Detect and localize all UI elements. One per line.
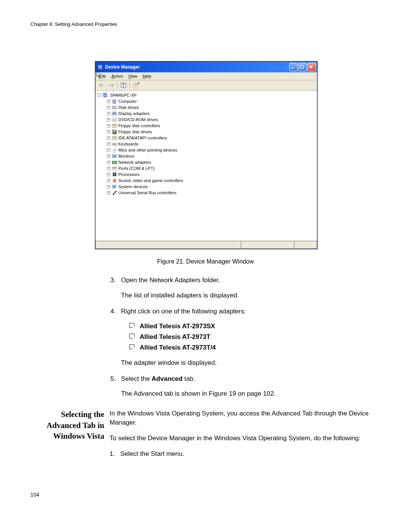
expand-icon[interactable]: + (107, 161, 110, 164)
bullet-icon (129, 334, 134, 339)
cursor-icon (96, 71, 101, 78)
collapse-icon[interactable]: − (98, 93, 101, 97)
tree-item-label: Floppy disk drives (118, 129, 152, 134)
svg-point-20 (115, 107, 116, 108)
page-number: 104 (30, 492, 381, 498)
system-icon (112, 184, 117, 189)
forward-button[interactable] (107, 81, 115, 89)
expand-icon[interactable]: + (107, 118, 110, 121)
tree-item[interactable]: +Monitors (105, 153, 315, 159)
section-paragraph: In the Windows Vista Operating System, y… (110, 409, 381, 427)
tree-item[interactable]: +Universal Serial Bus controllers (105, 190, 315, 196)
tree-root[interactable]: − SPAREPC-XP (98, 92, 315, 98)
bullet-icon (129, 344, 134, 349)
menu-help[interactable]: Help (143, 74, 151, 78)
expand-icon[interactable]: + (107, 179, 110, 182)
usb-icon (112, 190, 117, 195)
step-number: 5. (110, 374, 121, 399)
tree-item-label: Computer (118, 99, 137, 104)
computer-icon (112, 99, 117, 104)
expand-icon[interactable]: + (107, 191, 110, 195)
expand-icon[interactable]: + (107, 130, 110, 134)
tree-item-label: System devices (118, 184, 148, 189)
floppy-icon (112, 129, 117, 134)
floppy-ctrl-icon (112, 123, 117, 128)
svg-rect-15 (104, 96, 107, 97)
adapter-option: Allied Telesis AT-2973T (129, 332, 381, 342)
svg-rect-22 (113, 113, 116, 114)
close-button[interactable] (307, 63, 316, 71)
expand-icon[interactable]: + (107, 136, 110, 140)
tree-item[interactable]: +Mice and other pointing devices (105, 147, 315, 153)
section-heading: Selecting the Advanced Tab in Windows Vi… (30, 409, 110, 465)
tree-item[interactable]: +Network adapters (105, 159, 315, 165)
menu-view[interactable]: View (128, 74, 137, 78)
tree-item-label: Display adapters (118, 111, 150, 116)
maximize-button[interactable] (298, 63, 307, 71)
properties-button[interactable] (119, 81, 128, 89)
adapter-label: Allied Telesis AT-2973T (140, 332, 210, 342)
svg-rect-48 (115, 191, 116, 192)
expand-icon[interactable]: + (107, 100, 110, 103)
step-number: 1. (110, 449, 120, 459)
svg-text:?: ? (134, 84, 137, 88)
svg-point-24 (114, 119, 115, 120)
network-icon (112, 160, 117, 165)
step-text: The Advanced tab is shown in Figure 19 o… (121, 389, 381, 398)
tree-item[interactable]: +Disk drives (105, 104, 315, 110)
tree-item[interactable]: +Computer (105, 98, 315, 104)
tree-item-label: Keyboards (118, 142, 139, 146)
expand-icon[interactable]: + (107, 124, 110, 128)
svg-point-47 (114, 192, 115, 193)
tree-item[interactable]: +Keyboards (105, 141, 315, 147)
tree-item[interactable]: +Processors (105, 171, 315, 177)
tree-item[interactable]: +Floppy disk controllers (105, 123, 315, 129)
back-button[interactable] (98, 81, 106, 89)
expand-icon[interactable]: + (107, 149, 110, 152)
toolbar-separator (117, 82, 118, 88)
expand-icon[interactable]: + (107, 185, 110, 189)
step-text: The list of installed adapters is displa… (121, 291, 381, 300)
svg-rect-40 (112, 167, 117, 168)
titlebar[interactable]: Device Manager (96, 62, 317, 72)
step-5: 5. Select the Advanced tab. The Advanced… (110, 374, 381, 399)
chapter-header: Chapter 8: Setting Advanced Properties (30, 21, 381, 27)
menu-action[interactable]: Action (112, 74, 123, 78)
ide-icon (112, 135, 117, 141)
expand-icon[interactable]: + (107, 142, 110, 146)
step-text: Open the Network Adapters folder. (121, 276, 381, 285)
tree-item[interactable]: +IDE ATA/ATAPI controllers (105, 135, 315, 141)
tree-item[interactable]: +Sound, video and game controllers (105, 177, 315, 184)
minimize-button[interactable] (289, 63, 298, 71)
tree-item-label: IDE ATA/ATAPI controllers (118, 136, 167, 140)
device-tree[interactable]: − SPAREPC-XP +Computer+Disk drives+Displ… (96, 91, 317, 241)
step-1: 1. Select the Start menu. (110, 449, 381, 459)
adapter-option: Allied Telesis AT-2973T/4 (129, 343, 381, 352)
svg-rect-42 (114, 174, 115, 175)
monitor-icon (112, 153, 117, 159)
expand-icon[interactable]: + (107, 173, 110, 176)
tree-item[interactable]: +Ports (COM & LPT) (105, 165, 315, 171)
tree-item[interactable]: +Display adapters (105, 110, 315, 117)
svg-rect-8 (124, 83, 126, 88)
arrow-left-icon (99, 83, 105, 87)
expand-icon[interactable]: + (107, 112, 110, 115)
svg-rect-7 (121, 83, 123, 88)
tree-item[interactable]: +DVD/CD-ROM drives (105, 117, 315, 123)
step-number: 3. (110, 276, 121, 300)
help-icon: ? (133, 82, 139, 88)
expand-icon[interactable]: + (107, 106, 110, 109)
expand-icon[interactable]: + (107, 155, 110, 158)
svg-rect-37 (113, 155, 116, 157)
help-button[interactable]: ? (132, 81, 140, 89)
expand-icon[interactable]: + (107, 167, 110, 170)
section-paragraph: To select the Device Manager in the Wind… (110, 434, 381, 443)
tree-item-label: Mice and other pointing devices (118, 148, 177, 152)
computer-icon (98, 64, 104, 70)
tree-item-label: Disk drives (118, 105, 139, 110)
tree-item[interactable]: +Floppy disk drives (105, 129, 315, 135)
menubar: File Action View Help (96, 72, 317, 80)
svg-rect-4 (300, 66, 303, 69)
tree-item-label: Universal Serial Bus controllers (118, 190, 177, 195)
tree-item[interactable]: +System devices (105, 184, 315, 190)
